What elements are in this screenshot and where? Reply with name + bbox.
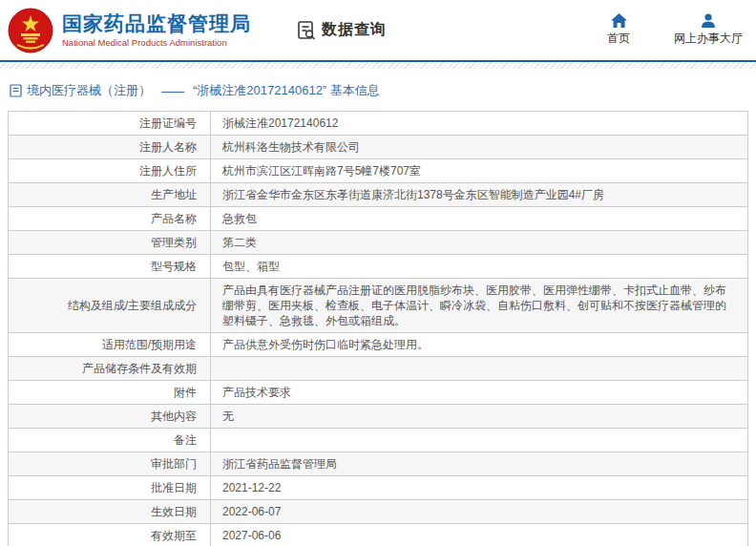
brand-block: 国家药品监督管理局 National Medical Products Admi… xyxy=(62,12,251,48)
table-row: 注册人名称杭州科洛生物技术有限公司 xyxy=(9,136,748,159)
nav-home[interactable]: 首页 xyxy=(607,13,630,47)
breadcrumb-dash: —— xyxy=(161,84,182,98)
user-icon xyxy=(701,13,716,28)
row-value: 浙江省药品监督管理局 xyxy=(211,452,748,476)
row-label: 备注 xyxy=(9,429,211,452)
table-row: 审批部门浙江省药品监督管理局 xyxy=(9,452,748,476)
row-value: 第二类 xyxy=(211,231,748,255)
org-name-en: National Medical Products Administration xyxy=(62,37,251,48)
nav-service-hall[interactable]: 网上办事大厅 xyxy=(674,13,743,47)
table-row: 适用范围/预期用途产品供意外受伤时伤口临时紧急处理用。 xyxy=(9,333,748,357)
national-emblem-icon xyxy=(8,8,53,53)
table-row: 结构及组成/主要组成成分产品由具有医疗器械产品注册证的医用脱脂纱布块、医用胶带、… xyxy=(9,279,748,333)
row-label: 管理类别 xyxy=(9,231,211,255)
table-row: 管理类别第二类 xyxy=(9,231,748,255)
row-label: 注册证编号 xyxy=(9,112,211,136)
table-row: 注册证编号浙械注准20172140612 xyxy=(9,112,748,136)
org-name-cn: 国家药品监督管理局 xyxy=(62,12,251,35)
row-value: 杭州市滨江区江晖南路7号5幢7楼707室 xyxy=(211,159,748,183)
table-row: 产品储存条件及有效期 xyxy=(9,357,748,381)
row-value: 急救包 xyxy=(211,207,748,231)
table-row: 其他内容无 xyxy=(9,405,748,429)
table-row: 生产地址浙江省金华市金东区东孝街道康济北街1378号金东区智能制造产业园4#厂房 xyxy=(9,183,748,207)
row-label: 有效期至 xyxy=(9,524,211,546)
row-value: 产品供意外受伤时伤口临时紧急处理用。 xyxy=(211,333,748,357)
table-row: 注册人住所杭州市滨江区江晖南路7号5幢7楼707室 xyxy=(9,159,748,183)
row-value: 浙械注准20172140612 xyxy=(211,112,748,136)
table-row: 产品名称急救包 xyxy=(9,207,748,231)
row-label: 附件 xyxy=(9,381,211,405)
data-query-label: 数据查询 xyxy=(322,20,387,40)
row-label: 型号规格 xyxy=(9,255,211,279)
row-value: 无 xyxy=(211,405,748,429)
table-row: 附件产品技术要求 xyxy=(9,381,748,405)
doc-search-icon xyxy=(295,19,318,42)
row-label: 适用范围/预期用途 xyxy=(9,333,211,357)
row-label: 生效日期 xyxy=(9,500,211,524)
nav-home-label: 首页 xyxy=(607,31,630,47)
row-value: 2027-06-06 xyxy=(211,524,748,546)
table-row: 生效日期2022-06-07 xyxy=(9,500,748,524)
row-label: 审批部门 xyxy=(9,452,211,476)
row-label: 注册人住所 xyxy=(9,159,211,183)
row-value: 杭州科洛生物技术有限公司 xyxy=(211,136,748,159)
table-row: 备注 xyxy=(9,429,748,452)
row-label: 批准日期 xyxy=(9,476,211,500)
data-query-section: 数据查询 xyxy=(295,19,387,42)
home-icon xyxy=(611,13,627,28)
row-value: 产品技术要求 xyxy=(211,381,748,405)
row-value: 包型、箱型 xyxy=(211,255,748,279)
row-value: 2022-06-07 xyxy=(211,500,748,524)
breadcrumb-category[interactable]: 境内医疗器械（注册） xyxy=(27,82,151,99)
row-label: 结构及组成/主要组成成分 xyxy=(9,279,211,333)
row-label: 注册人名称 xyxy=(9,136,211,159)
table-row: 有效期至2027-06-06 xyxy=(9,524,748,546)
row-label: 生产地址 xyxy=(9,183,211,207)
row-value: 产品由具有医疗器械产品注册证的医用脱脂纱布块、医用胶带、医用弹性绷带、卡扣式止血… xyxy=(211,279,748,333)
table-row: 批准日期2021-12-22 xyxy=(9,476,748,500)
row-value: 2021-12-22 xyxy=(211,476,748,500)
doc-icon xyxy=(10,84,22,97)
row-value xyxy=(211,357,748,381)
header: 国家药品监督管理局 National Medical Products Admi… xyxy=(0,0,756,60)
row-label: 产品储存条件及有效期 xyxy=(9,357,211,381)
row-label: 其他内容 xyxy=(9,405,211,429)
row-label: 产品名称 xyxy=(9,207,211,231)
nav-service-hall-label: 网上办事大厅 xyxy=(674,31,743,47)
breadcrumb: 境内医疗器械（注册） —— “浙械注准20172140612” 基本信息 xyxy=(0,69,756,109)
breadcrumb-title: “浙械注准20172140612” 基本信息 xyxy=(193,82,380,99)
registration-info-table: 注册证编号浙械注准20172140612 注册人名称杭州科洛生物技术有限公司 注… xyxy=(8,111,748,546)
hatch-band xyxy=(0,62,756,69)
row-value xyxy=(211,429,748,452)
row-value: 浙江省金华市金东区东孝街道康济北街1378号金东区智能制造产业园4#厂房 xyxy=(211,183,748,207)
table-row: 型号规格包型、箱型 xyxy=(9,255,748,279)
